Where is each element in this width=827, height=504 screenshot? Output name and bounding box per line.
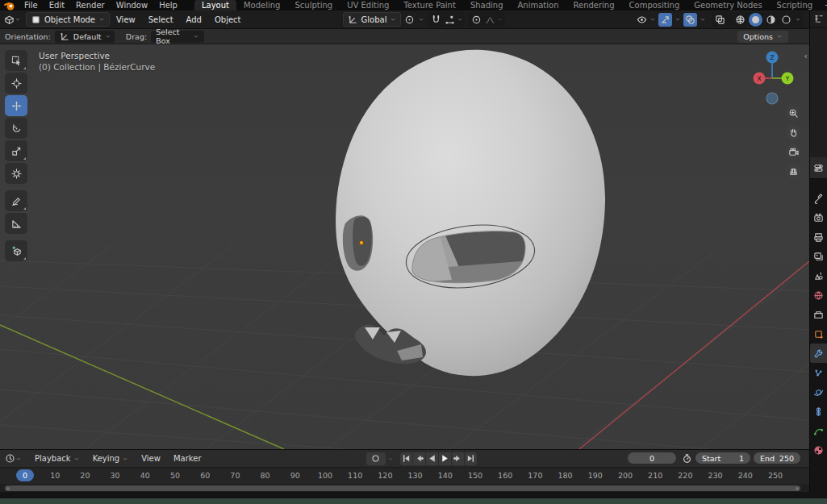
shading-solid-button[interactable] [749, 13, 762, 27]
properties-tab-object[interactable] [810, 324, 827, 344]
jump-start-button[interactable] [400, 452, 412, 465]
timeline-menu-marker[interactable]: Marker [167, 454, 208, 463]
tab-modeling[interactable]: Modeling [236, 0, 288, 10]
tool-add-cube[interactable] [5, 240, 27, 261]
snap-target-button[interactable] [445, 15, 455, 25]
orientation-axes-icon [348, 15, 358, 25]
shading-wireframe-button[interactable] [733, 13, 747, 27]
frame-start-field[interactable]: Start 1 [695, 452, 750, 464]
tab-geometry-nodes[interactable]: Geometry Nodes [687, 0, 769, 10]
next-keyframe-button[interactable] [452, 452, 464, 465]
tab-texture-paint[interactable]: Texture Paint [396, 0, 463, 10]
tool-measure[interactable] [5, 213, 27, 234]
visibility-button[interactable] [637, 15, 647, 25]
tab-layout[interactable]: Layout [194, 0, 236, 10]
falloff-curve-button[interactable] [485, 15, 495, 25]
gizmo-minus-z-axis[interactable] [766, 93, 778, 104]
xray-toggle[interactable] [713, 13, 727, 27]
properties-tab-render[interactable] [810, 208, 827, 227]
show-gizmo-toggle[interactable] [658, 13, 672, 27]
playhead-badge[interactable]: 0 [16, 469, 34, 481]
navigation-gizmo[interactable]: Z X Y [745, 47, 803, 108]
transform-orientation-dropdown[interactable]: Global [343, 12, 402, 27]
tab-sculpting[interactable]: Sculpting [287, 0, 340, 10]
properties-tab-physics[interactable] [810, 382, 827, 402]
proportional-edit-toggle[interactable] [470, 13, 483, 27]
end-value: 250 [779, 454, 794, 463]
orientation-dropdown[interactable]: Default [55, 31, 115, 43]
viewport-3d[interactable]: User Perspective (0) Collection | Bézier… [0, 44, 809, 449]
properties-tab-view-layer[interactable] [810, 247, 827, 266]
frame-end-field[interactable]: End 250 [754, 452, 800, 464]
options-button[interactable]: Options [737, 31, 788, 43]
auto-keying-toggle[interactable] [366, 452, 386, 465]
current-frame-field[interactable]: 0 [628, 452, 676, 464]
camera-view-button[interactable] [785, 144, 801, 160]
timeline-editor-type-button[interactable] [5, 453, 15, 464]
properties-tab-object-data[interactable] [810, 421, 827, 440]
timeline-menu-view[interactable]: View [135, 454, 167, 463]
tab-rendering[interactable]: Rendering [566, 0, 621, 10]
add-workspace-button[interactable]: + [820, 0, 827, 10]
tab-shading[interactable]: Shading [463, 0, 511, 10]
blender-logo-icon[interactable] [4, 1, 15, 10]
tool-select-box[interactable] [5, 50, 27, 71]
properties-tab-constraints[interactable] [810, 402, 827, 421]
properties-tab-scene[interactable] [810, 266, 827, 285]
use-preview-range-button[interactable] [682, 453, 692, 464]
properties-tab-material[interactable] [810, 440, 827, 460]
tab-animation[interactable]: Animation [511, 0, 566, 10]
play-button[interactable] [439, 452, 451, 465]
mode-dropdown[interactable]: Object Mode [26, 12, 110, 27]
menu-help[interactable]: Help [153, 0, 183, 10]
sidebar-collapse-arrow[interactable]: ‹ [804, 51, 808, 61]
shading-material-button[interactable] [764, 13, 778, 27]
properties-tab-collection[interactable] [810, 305, 827, 324]
show-overlays-toggle[interactable] [683, 13, 697, 27]
viewport-menu-select[interactable]: Select [142, 15, 180, 24]
pan-button[interactable] [785, 124, 801, 140]
tool-transform[interactable] [5, 163, 27, 184]
viewport-menu-object[interactable]: Object [208, 15, 248, 24]
timeline-menu-keying[interactable]: Keying [86, 454, 136, 463]
timeline-menu-playback[interactable]: Playback [28, 454, 86, 463]
rotate-icon [11, 123, 22, 134]
properties-editor-icon[interactable] [813, 163, 824, 173]
play-reverse-button[interactable] [426, 452, 438, 465]
shading-rendered-button[interactable] [779, 13, 793, 27]
mask-object[interactable] [336, 50, 605, 376]
editor-type-button[interactable] [4, 15, 15, 25]
tool-scale[interactable] [5, 140, 27, 161]
zoom-button[interactable] [785, 105, 801, 121]
ruler-tick-250: 250 [768, 471, 783, 480]
drag-dropdown[interactable]: Select Box [151, 31, 204, 43]
timeline-ruler[interactable]: 0 10203040506070809010011012013014015016… [0, 467, 809, 484]
properties-tab-particles[interactable] [810, 363, 827, 382]
viewport-menu-view[interactable]: View [110, 15, 142, 24]
properties-tab-world[interactable] [810, 285, 827, 305]
menu-file[interactable]: File [19, 0, 44, 10]
pivot-point-button[interactable] [404, 15, 415, 25]
perspective-toggle-button[interactable] [785, 163, 801, 179]
snap-toggle[interactable] [429, 13, 443, 27]
jump-end-button[interactable] [465, 452, 477, 465]
menu-window[interactable]: Window [111, 0, 153, 10]
tab-uv-editing[interactable]: UV Editing [340, 0, 396, 10]
properties-tab-modifiers[interactable] [810, 344, 827, 363]
tool-cursor[interactable] [5, 73, 27, 94]
menu-render[interactable]: Render [70, 0, 111, 10]
ruler-tick-20: 20 [80, 471, 90, 480]
tab-scripting[interactable]: Scripting [770, 0, 820, 10]
tool-rotate[interactable] [5, 118, 27, 139]
timeline-scrollbar[interactable] [5, 485, 800, 491]
object-origin-dot[interactable] [359, 240, 363, 244]
outliner-icon[interactable] [813, 14, 824, 24]
tab-compositing[interactable]: Compositing [622, 0, 687, 10]
properties-tab-output[interactable] [810, 227, 827, 247]
properties-tab-tool[interactable] [810, 189, 827, 208]
menu-edit[interactable]: Edit [44, 0, 70, 10]
tool-move[interactable] [5, 95, 27, 116]
prev-keyframe-button[interactable] [413, 452, 425, 465]
viewport-menu-add[interactable]: Add [180, 15, 208, 24]
tool-annotate[interactable] [5, 190, 27, 211]
